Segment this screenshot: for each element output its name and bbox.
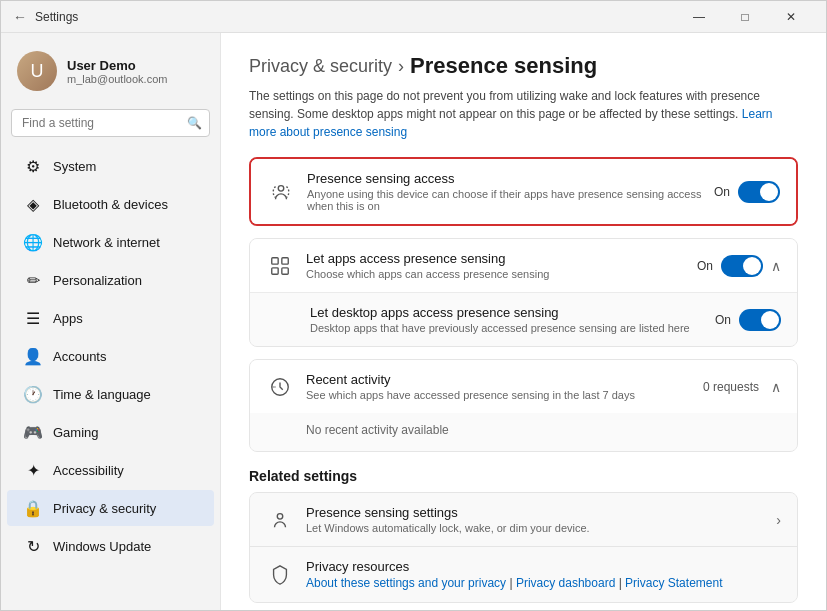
sidebar-item-update[interactable]: ↻ Windows Update bbox=[7, 528, 214, 564]
let-apps-toggle[interactable] bbox=[721, 255, 763, 277]
settings-window: ← Settings — □ ✕ U User Demo m_lab@outlo… bbox=[0, 0, 827, 611]
sidebar-item-network[interactable]: 🌐 Network & internet bbox=[7, 224, 214, 260]
breadcrumb: Privacy & security › Presence sensing bbox=[249, 53, 798, 79]
toggle-knob bbox=[743, 257, 761, 275]
personalization-icon: ✏ bbox=[23, 270, 43, 290]
presence-settings-related-row[interactable]: Presence sensing settings Let Windows au… bbox=[250, 493, 797, 546]
let-desktop-row: Let desktop apps access presence sensing… bbox=[250, 292, 797, 346]
time-icon: 🕐 bbox=[23, 384, 43, 404]
sidebar-item-label: Privacy & security bbox=[53, 501, 156, 516]
desktop-apps-icon bbox=[270, 306, 298, 334]
privacy-resources-row: Privacy resources About these settings a… bbox=[250, 546, 797, 602]
presence-access-control: On bbox=[714, 181, 780, 203]
related-settings-title: Related settings bbox=[249, 468, 798, 484]
presence-access-section: Presence sensing access Anyone using thi… bbox=[249, 157, 798, 226]
sidebar-item-privacy[interactable]: 🔒 Privacy & security bbox=[7, 490, 214, 526]
toggle-knob bbox=[760, 183, 778, 201]
let-apps-title: Let apps access presence sensing bbox=[306, 251, 685, 266]
sidebar-item-system[interactable]: ⚙ System bbox=[7, 148, 214, 184]
recent-activity-row: Recent activity See which apps have acce… bbox=[250, 360, 797, 413]
recent-activity-icon bbox=[266, 373, 294, 401]
back-icon[interactable]: ← bbox=[13, 9, 27, 25]
user-email: m_lab@outlook.com bbox=[67, 73, 167, 85]
sidebar-item-label: Time & language bbox=[53, 387, 151, 402]
let-desktop-state-label: On bbox=[715, 313, 731, 327]
no-activity-text: No recent activity available bbox=[250, 413, 797, 451]
let-apps-text: Let apps access presence sensing Choose … bbox=[306, 251, 685, 280]
sidebar-item-accessibility[interactable]: ✦ Accessibility bbox=[7, 452, 214, 488]
about-settings-link[interactable]: About these settings and your privacy bbox=[306, 576, 506, 590]
recent-activity-title: Recent activity bbox=[306, 372, 691, 387]
breadcrumb-current: Presence sensing bbox=[410, 53, 597, 79]
search-box: 🔍 bbox=[11, 109, 210, 137]
search-icon: 🔍 bbox=[187, 116, 202, 130]
privacy-resources-text: Privacy resources About these settings a… bbox=[306, 559, 781, 590]
search-input[interactable] bbox=[11, 109, 210, 137]
user-section: U User Demo m_lab@outlook.com bbox=[1, 41, 220, 105]
close-button[interactable]: ✕ bbox=[768, 1, 814, 33]
let-desktop-title: Let desktop apps access presence sensing bbox=[310, 305, 703, 320]
let-desktop-text: Let desktop apps access presence sensing… bbox=[310, 305, 703, 334]
update-icon: ↻ bbox=[23, 536, 43, 556]
let-desktop-desc: Desktop apps that have previously access… bbox=[310, 322, 703, 334]
let-apps-desc: Choose which apps can access presence se… bbox=[306, 268, 685, 280]
recent-activity-chevron[interactable]: ∧ bbox=[771, 379, 781, 395]
svg-point-6 bbox=[277, 513, 283, 519]
sidebar-item-personalization[interactable]: ✏ Personalization bbox=[7, 262, 214, 298]
sidebar-item-bluetooth[interactable]: ◈ Bluetooth & devices bbox=[7, 186, 214, 222]
accounts-icon: 👤 bbox=[23, 346, 43, 366]
presence-access-desc: Anyone using this device can choose if t… bbox=[307, 188, 702, 212]
user-info: User Demo m_lab@outlook.com bbox=[67, 58, 167, 85]
sidebar-item-gaming[interactable]: 🎮 Gaming bbox=[7, 414, 214, 450]
apps-access-section: Let apps access presence sensing Choose … bbox=[249, 238, 798, 347]
let-desktop-toggle[interactable] bbox=[739, 309, 781, 331]
sidebar-item-label: Apps bbox=[53, 311, 83, 326]
related-settings-section: Presence sensing settings Let Windows au… bbox=[249, 492, 798, 603]
let-apps-row: Let apps access presence sensing Choose … bbox=[250, 239, 797, 292]
privacy-resources-icon bbox=[266, 561, 294, 589]
svg-rect-4 bbox=[282, 267, 288, 273]
maximize-button[interactable]: □ bbox=[722, 1, 768, 33]
sidebar-item-label: Accessibility bbox=[53, 463, 124, 478]
privacy-resources-links: About these settings and your privacy | … bbox=[306, 576, 781, 590]
titlebar-left: ← Settings bbox=[13, 9, 78, 25]
content-area: Privacy & security › Presence sensing Th… bbox=[221, 33, 826, 610]
svg-rect-3 bbox=[272, 267, 278, 273]
sidebar-item-label: Accounts bbox=[53, 349, 106, 364]
svg-rect-2 bbox=[282, 257, 288, 263]
titlebar-controls: — □ ✕ bbox=[676, 1, 814, 33]
bluetooth-icon: ◈ bbox=[23, 194, 43, 214]
sidebar-item-time[interactable]: 🕐 Time & language bbox=[7, 376, 214, 412]
presence-settings-icon bbox=[266, 506, 294, 534]
accessibility-icon: ✦ bbox=[23, 460, 43, 480]
let-apps-control: On ∧ bbox=[697, 255, 781, 277]
system-icon: ⚙ bbox=[23, 156, 43, 176]
presence-access-state-label: On bbox=[714, 185, 730, 199]
breadcrumb-separator: › bbox=[398, 56, 404, 77]
privacy-resources-title: Privacy resources bbox=[306, 559, 781, 574]
titlebar-title: Settings bbox=[35, 10, 78, 24]
sidebar-item-accounts[interactable]: 👤 Accounts bbox=[7, 338, 214, 374]
let-apps-chevron[interactable]: ∧ bbox=[771, 258, 781, 274]
user-name: User Demo bbox=[67, 58, 167, 73]
privacy-statement-link[interactable]: Privacy Statement bbox=[625, 576, 722, 590]
minimize-button[interactable]: — bbox=[676, 1, 722, 33]
presence-access-toggle[interactable] bbox=[738, 181, 780, 203]
presence-settings-arrow: › bbox=[776, 512, 781, 528]
privacy-dashboard-link[interactable]: Privacy dashboard bbox=[516, 576, 615, 590]
presence-access-title: Presence sensing access bbox=[307, 171, 702, 186]
sidebar-item-apps[interactable]: ☰ Apps bbox=[7, 300, 214, 336]
sidebar: U User Demo m_lab@outlook.com 🔍 ⚙ System… bbox=[1, 33, 221, 610]
gaming-icon: 🎮 bbox=[23, 422, 43, 442]
presence-settings-title: Presence sensing settings bbox=[306, 505, 764, 520]
presence-access-text: Presence sensing access Anyone using thi… bbox=[307, 171, 702, 212]
privacy-icon: 🔒 bbox=[23, 498, 43, 518]
presence-settings-text: Presence sensing settings Let Windows au… bbox=[306, 505, 764, 534]
sidebar-item-label: Network & internet bbox=[53, 235, 160, 250]
sidebar-item-label: System bbox=[53, 159, 96, 174]
recent-activity-text: Recent activity See which apps have acce… bbox=[306, 372, 691, 401]
let-desktop-control: On bbox=[715, 309, 781, 331]
presence-access-row: Presence sensing access Anyone using thi… bbox=[251, 159, 796, 224]
apps-access-icon bbox=[266, 252, 294, 280]
network-icon: 🌐 bbox=[23, 232, 43, 252]
